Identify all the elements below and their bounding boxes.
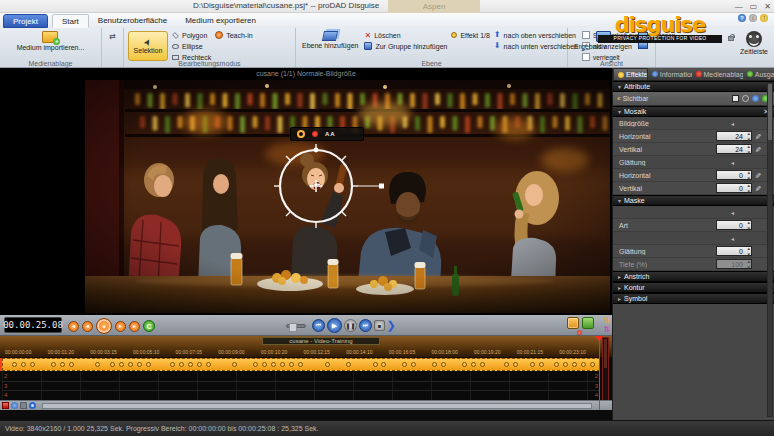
keyframe-dot[interactable] — [539, 362, 544, 367]
edit-icon[interactable] — [732, 95, 739, 102]
step-forward-button[interactable]: ❯ — [387, 319, 395, 332]
glatt-horizontal-input[interactable]: 0 — [716, 170, 752, 180]
keyframe-dot[interactable] — [110, 362, 115, 367]
keyframe-dot[interactable] — [554, 362, 559, 367]
pencil-icon[interactable]: ✎ — [753, 170, 762, 180]
keyframe-dot[interactable] — [119, 362, 124, 367]
volume-slider[interactable] — [286, 324, 306, 328]
keyframe-nav-icon[interactable]: ◂ — [731, 235, 734, 242]
record-track-icon[interactable] — [312, 131, 318, 137]
tab-information[interactable]: Information — [648, 68, 692, 80]
prev-keyframe-button[interactable]: ◄ — [82, 321, 93, 332]
record-tool-icon[interactable] — [2, 402, 9, 409]
zoom-out-icon[interactable]: ⇅ — [603, 325, 610, 334]
pencil-icon[interactable]: ✎ — [753, 131, 762, 141]
keyframe-dot[interactable] — [179, 362, 184, 367]
shape-option-ellipse[interactable]: Ellipse — [172, 41, 211, 51]
track-row[interactable]: 33 — [2, 382, 600, 392]
zoom-tool-icon[interactable] — [29, 402, 36, 409]
keyframe-dot[interactable] — [280, 362, 285, 367]
keyframe-icon[interactable] — [752, 95, 759, 102]
view-full-icon[interactable] — [638, 42, 648, 49]
loeschen-button[interactable]: ✕Löschen — [364, 30, 447, 40]
nach-oben-button[interactable]: ⬆nach oben verschieben — [494, 30, 578, 40]
section-maske[interactable]: ▾Maske — [613, 195, 774, 206]
playhead[interactable] — [599, 336, 600, 410]
bild-horizontal-input[interactable]: 24 — [716, 131, 752, 141]
maske-glaettung-input[interactable]: 0 — [716, 246, 752, 256]
keyframe-dot[interactable] — [253, 362, 258, 367]
keyframe-dot[interactable] — [95, 362, 100, 367]
nach-unten-button[interactable]: ⬇nach unten verschieben — [494, 41, 578, 51]
keyframe-dot[interactable] — [262, 362, 267, 367]
tip-icon[interactable]: ! — [760, 14, 768, 22]
keyframe-dot[interactable] — [471, 362, 476, 367]
track-1[interactable] — [2, 358, 600, 371]
pencil-icon[interactable]: ✎ — [753, 183, 762, 193]
timeline-vscrollbar[interactable] — [602, 337, 609, 409]
options-tool-icon[interactable] — [20, 402, 27, 409]
keyframe-dot[interactable] — [346, 362, 351, 367]
keyframe-dot[interactable] — [373, 362, 378, 367]
size-label[interactable]: AA — [325, 131, 336, 137]
keyframe-dot[interactable] — [462, 362, 467, 367]
keyframe-dot[interactable] — [289, 362, 294, 367]
tab-start[interactable]: Start — [52, 14, 89, 28]
keyframe-dot[interactable] — [480, 362, 485, 367]
keyframe-dot[interactable] — [590, 362, 595, 367]
zoom-in-icon[interactable]: ⇅ — [603, 316, 610, 325]
zur-gruppe-button[interactable]: Zur Gruppe hinzufügen — [364, 41, 447, 51]
keyframe-nav-icon[interactable]: ◂ — [731, 120, 734, 127]
keyframe-dot[interactable] — [188, 362, 193, 367]
maximize-button[interactable]: ▭ — [750, 2, 758, 11]
minimize-button[interactable]: — — [735, 2, 743, 11]
keyframe-dot[interactable] — [51, 362, 56, 367]
pause-button[interactable]: ❚❚ — [344, 319, 357, 332]
timeline-hscrollbar[interactable] — [0, 400, 612, 410]
panel-scrollbar[interactable] — [767, 82, 773, 417]
zeitleiste-button[interactable]: Zeitleiste — [738, 30, 770, 56]
keyframe-dot[interactable] — [12, 362, 17, 367]
keyframe-dot[interactable] — [206, 362, 211, 367]
track-row[interactable]: 22 — [2, 372, 600, 382]
skip-end-button[interactable]: ⏭ — [359, 319, 372, 332]
tab-medienablage[interactable]: Medienablage — [692, 68, 743, 80]
next-keyframe-button[interactable]: ► — [115, 321, 126, 332]
keyframe-dot[interactable] — [432, 362, 437, 367]
keyframe-prev-icon[interactable]: ‹‹ — [617, 95, 620, 102]
keyframe-dot[interactable] — [69, 362, 74, 367]
keyframe-dot[interactable] — [30, 362, 35, 367]
video-canvas[interactable]: AA — [85, 80, 610, 313]
circle-selection-icon[interactable] — [297, 130, 305, 138]
keyframe-dot[interactable] — [513, 362, 518, 367]
keyframe-dot[interactable] — [271, 362, 276, 367]
art-input[interactable]: 0 — [716, 220, 752, 230]
clip-tab[interactable]: cusane - Video-Training — [262, 337, 380, 345]
keyframe-dot[interactable] — [197, 362, 202, 367]
prev-scene-button[interactable]: ◄ — [68, 321, 79, 332]
section-anstrich[interactable]: ▸Anstrich — [613, 271, 774, 282]
skip-start-button[interactable]: ⏮ — [312, 319, 325, 332]
teach-in-button[interactable]: Teach-in — [215, 30, 252, 40]
keyframe-nav-icon[interactable]: ◂ — [731, 159, 734, 166]
medium-importieren-button[interactable]: Medium importieren... — [15, 30, 87, 52]
keyframe-dot[interactable] — [325, 362, 330, 367]
keyframe-dot[interactable] — [170, 362, 175, 367]
keyframe-dot[interactable] — [504, 362, 509, 367]
keyframe-nav-icon[interactable]: ◂ — [731, 209, 734, 216]
info-tool-icon[interactable] — [11, 402, 18, 409]
keyframe-dot[interactable] — [581, 362, 586, 367]
stop-button[interactable]: ■ — [374, 320, 385, 331]
keyframe-dot[interactable] — [441, 362, 446, 367]
timeline-ruler[interactable]: cusane - Video-Training 00:00:00:0000:00… — [0, 336, 612, 358]
glatt-vertikal-input[interactable]: 0 — [716, 183, 752, 193]
ebene-hinzufuegen-button[interactable]: Ebene hinzufügen — [300, 30, 360, 50]
pencil-icon[interactable]: ✎ — [753, 144, 762, 154]
marker-icon[interactable] — [577, 330, 582, 335]
keyframe-dot[interactable] — [298, 362, 303, 367]
keyframe-dot[interactable] — [530, 362, 535, 367]
selektion-button[interactable]: ➤ Selektion — [128, 31, 168, 61]
play-button[interactable]: ▶ — [327, 318, 342, 333]
hscroll-thumb[interactable] — [42, 403, 592, 409]
keyframe-dot[interactable] — [232, 362, 237, 367]
